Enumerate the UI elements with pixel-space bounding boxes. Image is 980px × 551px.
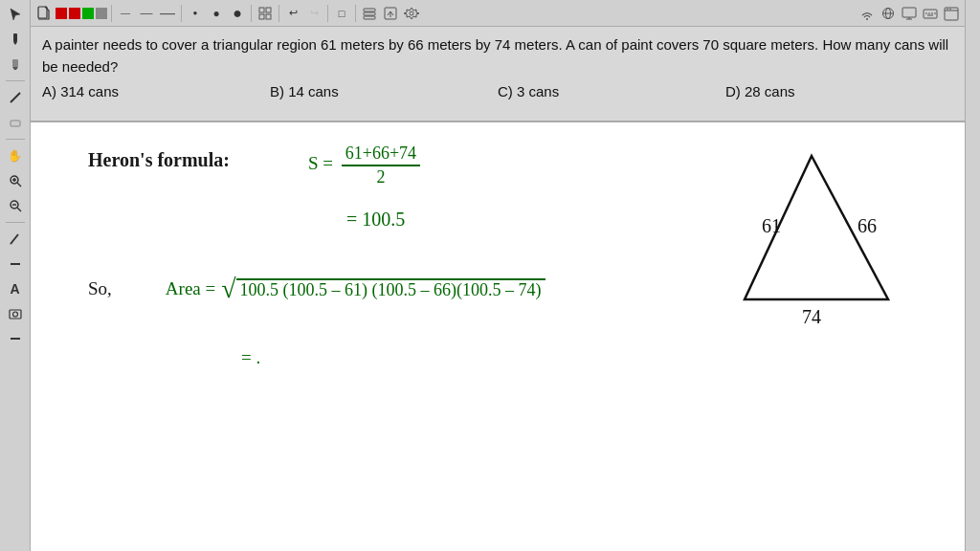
toolbar-pencil-icon[interactable]: [5, 229, 26, 250]
toolbar-pen-icon[interactable]: [5, 29, 26, 50]
toolbar-divider-2: [6, 139, 25, 140]
toolbar-highlighter-icon[interactable]: [5, 54, 26, 75]
choice-d[interactable]: D) 28 cans: [725, 83, 953, 99]
svg-rect-27: [364, 16, 375, 19]
left-toolbar: ✋ A: [0, 0, 31, 551]
sqrt-expression: √ 100.5 (100.5 – 61) (100.5 – 66)(100.5 …: [221, 276, 545, 302]
menu-export-icon[interactable]: [381, 4, 400, 23]
toolbar-eraser-icon[interactable]: [5, 112, 26, 133]
svg-point-48: [949, 8, 951, 10]
menu-gray-square: [96, 8, 107, 19]
sqrt-symbol: √: [221, 276, 235, 302]
menu-globe-icon[interactable]: [879, 4, 898, 23]
toolbar-divider-3: [6, 222, 25, 223]
so-label: So,: [88, 278, 112, 299]
svg-marker-30: [404, 8, 419, 19]
svg-rect-25: [364, 9, 375, 11]
toolbar-line-icon[interactable]: [5, 87, 26, 108]
menu-sep-1: [111, 5, 112, 22]
menu-wifi-icon: [858, 4, 877, 23]
equals-dot-text: = .: [241, 347, 260, 367]
toolbar-minus-icon[interactable]: [5, 328, 26, 349]
question-text: A painter needs to cover a triangular re…: [42, 34, 953, 77]
svg-point-47: [947, 8, 948, 10]
s-result: = 100.5: [346, 209, 405, 231]
right-sidebar: [965, 0, 980, 551]
svg-rect-1: [13, 33, 17, 42]
menu-green-square: [82, 8, 94, 19]
menu-red-square: [56, 8, 67, 19]
menu-line-thick[interactable]: —: [158, 4, 177, 23]
menu-sep-2: [181, 5, 182, 22]
toolbar-hand-icon[interactable]: ✋: [5, 145, 26, 166]
toolbar-camera-icon[interactable]: [5, 303, 26, 324]
menu-sep-5: [327, 5, 328, 22]
menu-dot-large[interactable]: ●: [228, 4, 247, 23]
side-label-74: 74: [802, 306, 821, 327]
question-header: A painter needs to cover a triangular re…: [31, 27, 965, 122]
handwritten-content: Heron's formula: S = 61+66+74 2 = 100.5 …: [31, 122, 965, 551]
menu-grid-icon[interactable]: [256, 4, 275, 23]
choice-c[interactable]: C) 3 cans: [498, 83, 725, 99]
svg-rect-23: [259, 14, 264, 19]
menu-line-med[interactable]: —: [137, 4, 156, 23]
answer-choices: A) 314 cans B) 14 cans C) 3 cans D) 28 c…: [42, 83, 953, 99]
s-formula: S = 61+66+74 2: [308, 143, 420, 187]
menu-settings-icon[interactable]: [402, 4, 421, 23]
svg-marker-0: [11, 9, 20, 20]
menu-red-square2: [69, 8, 80, 19]
menu-dot-small[interactable]: ●: [186, 4, 205, 23]
menu-monitor-icon[interactable]: [900, 4, 919, 23]
herons-text: Heron's formula:: [88, 149, 230, 170]
svg-rect-21: [259, 8, 264, 12]
svg-rect-24: [266, 14, 271, 19]
triangle-diagram: 61 66 74: [716, 142, 907, 333]
svg-point-31: [410, 11, 413, 15]
menu-dot-med[interactable]: ●: [207, 4, 226, 23]
svg-rect-6: [11, 121, 20, 126]
svg-rect-26: [364, 12, 375, 15]
svg-marker-2: [13, 42, 17, 45]
menu-keyboard-icon[interactable]: [921, 4, 940, 23]
fraction-denominator: 2: [372, 166, 389, 187]
svg-line-8: [17, 183, 21, 187]
menu-layers-icon[interactable]: [360, 4, 379, 23]
svg-line-5: [11, 93, 20, 102]
svg-rect-3: [12, 59, 18, 67]
menu-sep-6: [355, 5, 356, 22]
toolbar-zoom-out-icon[interactable]: [5, 195, 26, 216]
menu-undo-icon[interactable]: ↩: [283, 4, 302, 23]
svg-rect-20: [38, 7, 47, 18]
toolbar-cursor-icon[interactable]: [5, 4, 26, 25]
area-formula-line: So, Area = √ 100.5 (100.5 – 61) (100.5 –…: [88, 276, 546, 302]
s-equals-label: S =: [308, 153, 333, 173]
sqrt-content: 100.5 (100.5 – 61) (100.5 – 66)(100.5 – …: [236, 278, 546, 300]
side-label-66: 66: [858, 215, 877, 236]
menu-redo-icon[interactable]: ↪: [304, 4, 323, 23]
fraction: 61+66+74 2: [342, 143, 420, 187]
svg-marker-4: [12, 67, 18, 70]
menu-line-thin[interactable]: —: [116, 4, 135, 23]
svg-point-18: [12, 312, 17, 317]
choice-b[interactable]: B) 14 cans: [270, 83, 498, 99]
svg-rect-22: [266, 8, 271, 12]
toolbar-divider-1: [6, 80, 25, 81]
whiteboard[interactable]: Heron's formula: S = 61+66+74 2 = 100.5 …: [31, 122, 965, 551]
toolbar-text-icon[interactable]: A: [5, 278, 26, 299]
toolbar-line2-icon[interactable]: [5, 253, 26, 275]
svg-rect-17: [10, 310, 21, 319]
menu-more-icon[interactable]: [942, 4, 961, 23]
menu-sep-4: [278, 5, 279, 22]
menu-bar: — — — ● ● ● ↩ ↪ □: [31, 0, 965, 27]
svg-line-12: [17, 208, 21, 211]
menu-screen-icon[interactable]: □: [332, 4, 351, 23]
side-label-61: 61: [762, 215, 781, 236]
toolbar-zoom-in-icon[interactable]: [5, 170, 26, 191]
menu-file-icon[interactable]: [34, 4, 54, 23]
fraction-numerator: 61+66+74: [342, 143, 420, 166]
choice-a[interactable]: A) 314 cans: [42, 83, 270, 99]
svg-rect-45: [945, 8, 958, 20]
area-label: Area =: [166, 278, 215, 299]
svg-rect-36: [902, 8, 916, 17]
triangle-svg: 61 66 74: [716, 142, 907, 333]
